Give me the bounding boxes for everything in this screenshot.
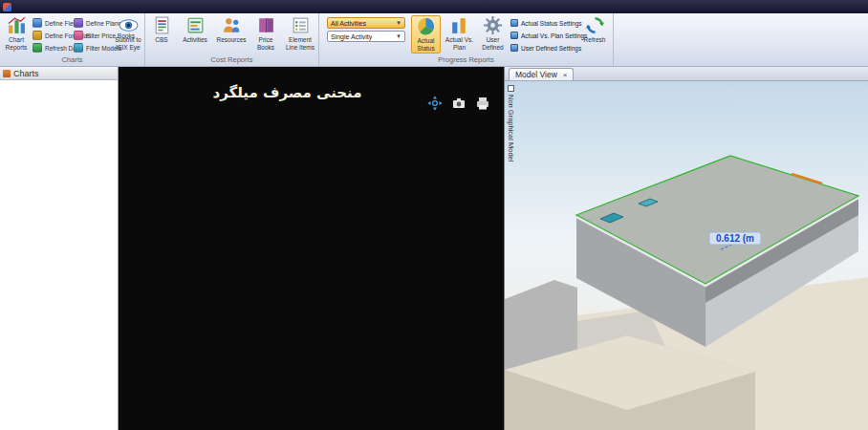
model-viewport[interactable]: 0.612 (m Non Graphical Model [505, 81, 868, 430]
cbs-icon [152, 15, 172, 35]
charts-tree [0, 80, 118, 430]
actual-status-settings-checkbox[interactable]: Actual Status Settings [510, 19, 582, 27]
ribbon-group-cost-reports: CBS Activities Resources Price Books Ele… [145, 13, 319, 66]
define-fields-icon [33, 18, 42, 28]
chart-panel: منحنی مصرف میلگرد [119, 67, 504, 430]
chart-title: منحنی مصرف میلگرد [119, 84, 456, 101]
chart-toolbar [427, 96, 490, 111]
app-logo-icon [3, 3, 11, 11]
user-defined-settings-checkbox[interactable]: User Defined Settings [510, 44, 581, 52]
settings-icon [510, 32, 518, 39]
define-formulas-icon [33, 31, 42, 40]
refresh-button[interactable]: Refresh [579, 15, 610, 44]
tab-model-view-label: Model View [515, 70, 557, 79]
chart-reports-button[interactable]: Chart Reports [1, 15, 32, 52]
close-icon[interactable]: × [563, 71, 568, 79]
price-books-button[interactable]: Price Books [250, 15, 281, 52]
actual-vs-plan-icon [449, 15, 469, 35]
settings-icon [510, 44, 518, 52]
settings-icon [510, 19, 518, 27]
ribbon: Chart Reports Define Fields Define Formu… [0, 13, 868, 67]
activities-button[interactable]: Activities [178, 15, 212, 44]
sidebar-header: Charts [0, 67, 118, 80]
model-3d-scene[interactable]: 0.612 (m [505, 81, 868, 430]
chevron-down-icon: ▼ [396, 33, 401, 39]
refresh-icon [585, 15, 605, 35]
sidebar-title: Charts [13, 69, 39, 78]
group-label-cost-reports: Cost Reports [145, 55, 318, 66]
ribbon-group-progress-reports: All Activities ▼ Single Activity ▼ Actua… [319, 13, 614, 66]
non-graphical-model-label: Non Graphical Model [507, 95, 515, 161]
ribbon-group-charts: Chart Reports Define Fields Define Formu… [0, 13, 145, 66]
chart-reports-label: Chart Reports [1, 36, 32, 52]
element-line-items-button[interactable]: Element Line Items [283, 15, 317, 52]
group-label-progress-reports: Progress Reports [319, 55, 613, 66]
chevron-down-icon: ▼ [396, 20, 401, 26]
actual-vs-plan-button[interactable]: Actual Vs. Plan [444, 15, 475, 52]
activity-filter-single-dropdown[interactable]: Single Activity ▼ [327, 31, 405, 42]
model-view-tabbar: Model View × [505, 67, 868, 81]
submit-isix-eye-button[interactable]: Submit to ISIX Eye [113, 15, 143, 52]
model-view-panel: Model View × [504, 67, 868, 430]
resources-button[interactable]: Resources [214, 15, 249, 44]
actual-status-button[interactable]: Actual Status [411, 15, 441, 54]
print-icon[interactable] [475, 96, 490, 111]
price-books-icon [256, 15, 276, 35]
group-label-charts: Charts [0, 55, 144, 66]
charts-sidebar: Charts [0, 67, 119, 430]
activities-icon [185, 15, 206, 35]
filter-models-icon [74, 43, 83, 53]
resources-icon [222, 15, 242, 35]
checkbox-icon [508, 85, 514, 92]
tab-model-view[interactable]: Model View × [509, 68, 574, 80]
pan-zoom-icon[interactable] [427, 96, 443, 111]
submit-isix-eye-label: Submit to ISIX Eye [113, 36, 143, 52]
chart-plot[interactable] [119, 120, 504, 430]
cbs-button[interactable]: CBS [147, 15, 176, 44]
non-graphical-model-toggle[interactable]: Non Graphical Model [507, 85, 515, 161]
actual-status-icon [416, 16, 436, 36]
charts-panel-icon [3, 70, 11, 77]
actual-vs-plan-settings-checkbox[interactable]: Actual Vs. Plan Settings [510, 32, 587, 39]
filter-price-books-icon [74, 31, 83, 40]
define-planning-icon [74, 18, 83, 28]
activity-filter-all-dropdown[interactable]: All Activities ▼ [327, 17, 405, 29]
camera-icon[interactable] [451, 96, 467, 111]
element-line-items-icon [291, 15, 311, 35]
chart-reports-icon [7, 15, 27, 35]
isix-eye-icon [119, 15, 139, 35]
user-defined-button[interactable]: User Defined [478, 15, 508, 52]
menubar [0, 0, 868, 13]
measurement-label: 0.612 (m [716, 233, 754, 244]
user-defined-gear-icon [483, 15, 503, 35]
refresh-data-icon [33, 43, 42, 53]
